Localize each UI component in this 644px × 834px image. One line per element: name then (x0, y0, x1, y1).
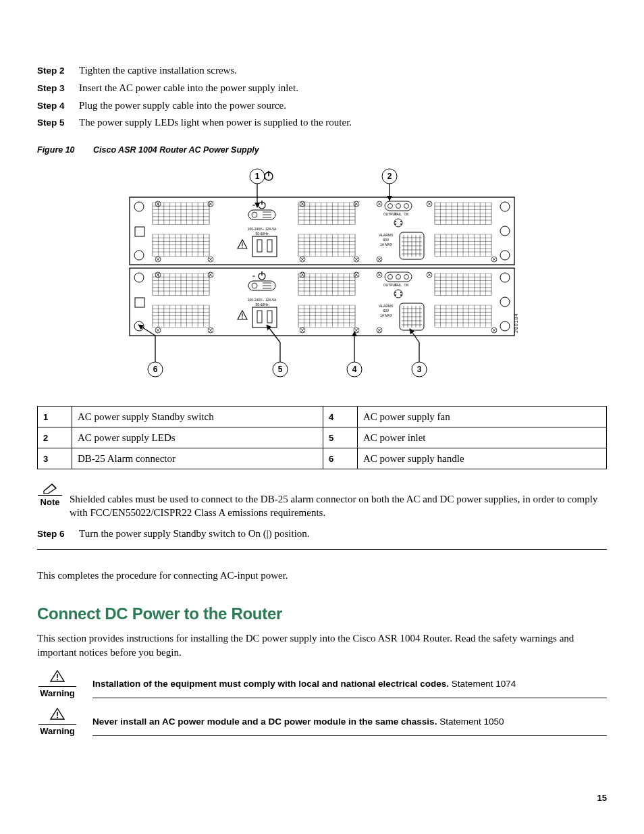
power-supply-diagram: 100-240V~ 12A-5A 50-60Hz OUTPUT FAIL OK … (119, 167, 525, 390)
step-row: Step 2 Tighten the captive installation … (37, 63, 607, 78)
step-text: Plug the power supply cable into the pow… (79, 99, 286, 113)
svg-text:3: 3 (417, 365, 422, 374)
figure: 100-240V~ 12A-5A 50-60Hz OUTPUT FAIL OK … (37, 167, 607, 390)
svg-line-100 (46, 486, 51, 490)
warning-gutter: Warning (37, 670, 78, 698)
warning-block: Warning Installation of the equipment mu… (37, 670, 607, 698)
svg-text:100-240V~ 12A-5A: 100-240V~ 12A-5A (248, 298, 277, 302)
diagram-id: 280184 (514, 313, 518, 333)
svg-text:6: 6 (153, 365, 158, 374)
warning-icon (50, 708, 65, 720)
note-body: Shielded cables must be used to connect … (63, 483, 607, 520)
figure-caption: Figure 10 Cisco ASR 1004 Router AC Power… (37, 145, 607, 155)
warning-bold: Installation of the equipment must compl… (92, 679, 449, 689)
svg-text:FAIL: FAIL (395, 212, 402, 216)
svg-text:OK: OK (404, 283, 409, 287)
legend-num: 6 (323, 448, 358, 469)
page-number: 15 (597, 793, 607, 803)
figure-title: Cisco ASR 1004 Router AC Power Supply (93, 145, 259, 155)
svg-text:1: 1 (255, 172, 260, 181)
table-row: 2 AC power supply LEDs 5 AC power inlet (38, 427, 607, 448)
warning-body: Never install an AC power module and a D… (92, 716, 607, 736)
svg-text:1A MAX: 1A MAX (380, 242, 393, 246)
section-intro: This section provides instructions for i… (37, 631, 607, 659)
legend-num: 1 (38, 407, 72, 427)
step6-block: Step 6 Turn the power supply Standby swi… (37, 527, 607, 550)
svg-text:ALARMS: ALARMS (379, 304, 394, 308)
warning-bold: Never install an AC power module and a D… (92, 716, 437, 727)
section-heading: Connect DC Power to the Router (37, 604, 607, 623)
step-label: Step 3 (37, 82, 79, 95)
svg-point-106 (57, 716, 58, 718)
legend-num: 2 (38, 427, 72, 448)
step-text: The power supply LEDs light when power i… (79, 115, 352, 130)
legend-desc: DB-25 Alarm connector (72, 448, 323, 469)
warning-icon (50, 670, 65, 682)
legend-desc: AC power supply handle (358, 448, 607, 469)
table-row: 3 DB-25 Alarm connector 6 AC power suppl… (38, 448, 607, 469)
svg-point-103 (57, 679, 58, 680)
pencil-icon (43, 483, 57, 494)
svg-text:2: 2 (387, 172, 392, 181)
step-label: Step 2 (37, 64, 79, 78)
legend-desc: AC power supply LEDs (72, 427, 323, 448)
warning-label: Warning (37, 688, 78, 698)
svg-text:4: 4 (352, 365, 357, 374)
svg-text:1A MAX: 1A MAX (380, 313, 393, 317)
note-label: Note (37, 497, 63, 507)
step-label: Step 4 (37, 99, 79, 113)
warning-label: Warning (37, 726, 78, 736)
svg-text:60V: 60V (383, 238, 390, 242)
table-row: 1 AC power supply Standby switch 4 AC po… (38, 407, 607, 427)
page: Step 2 Tighten the captive installation … (0, 0, 644, 834)
svg-text:OK: OK (404, 212, 409, 216)
callout-4: 4 (347, 332, 362, 377)
figure-number: Figure 10 (37, 145, 75, 155)
step-text: Turn the power supply Standby switch to … (79, 527, 310, 542)
legend-desc: AC power supply Standby switch (72, 407, 323, 427)
step-row: Step 4 Plug the power supply cable into … (37, 99, 607, 113)
svg-text:5: 5 (278, 365, 283, 374)
warning-gutter: Warning (37, 708, 78, 736)
step-label: Step 5 (37, 116, 79, 130)
step-text: Insert the AC power cable into the power… (79, 81, 298, 96)
svg-text:50-60Hz: 50-60Hz (256, 303, 269, 307)
svg-line-99 (52, 484, 56, 488)
legend-desc: AC power inlet (358, 427, 607, 448)
svg-text:ALARMS: ALARMS (379, 233, 394, 237)
svg-marker-98 (44, 484, 56, 494)
steps-list: Step 2 Tighten the captive installation … (37, 63, 607, 130)
step-text: Tighten the captive installation screws. (79, 63, 237, 78)
svg-text:60V: 60V (383, 309, 390, 313)
svg-text:100-240V~ 12A-5A: 100-240V~ 12A-5A (248, 227, 277, 231)
callout-2: 2 (382, 169, 397, 201)
warning-rest: Statement 1074 (449, 679, 516, 689)
legend-num: 5 (323, 427, 358, 448)
svg-text:FAIL: FAIL (395, 283, 402, 287)
outro-text: This completes the procedure for connect… (37, 570, 607, 581)
svg-text:50-60Hz: 50-60Hz (256, 232, 269, 236)
legend-num: 4 (323, 407, 358, 427)
legend-desc: AC power supply fan (358, 407, 607, 427)
legend-num: 3 (38, 448, 72, 469)
step-row: Step 5 The power supply LEDs light when … (37, 115, 607, 130)
warning-body: Installation of the equipment must compl… (92, 678, 607, 698)
note-gutter: Note (37, 483, 63, 520)
note-block: Note Shielded cables must be used to con… (37, 483, 607, 520)
warning-block: Warning Never install an AC power module… (37, 708, 607, 736)
callout-legend-table: 1 AC power supply Standby switch 4 AC po… (37, 406, 607, 469)
warning-rest: Statement 1050 (437, 716, 504, 727)
step-row: Step 3 Insert the AC power cable into th… (37, 81, 607, 96)
step-label: Step 6 (37, 527, 79, 541)
power-icon (265, 171, 273, 180)
